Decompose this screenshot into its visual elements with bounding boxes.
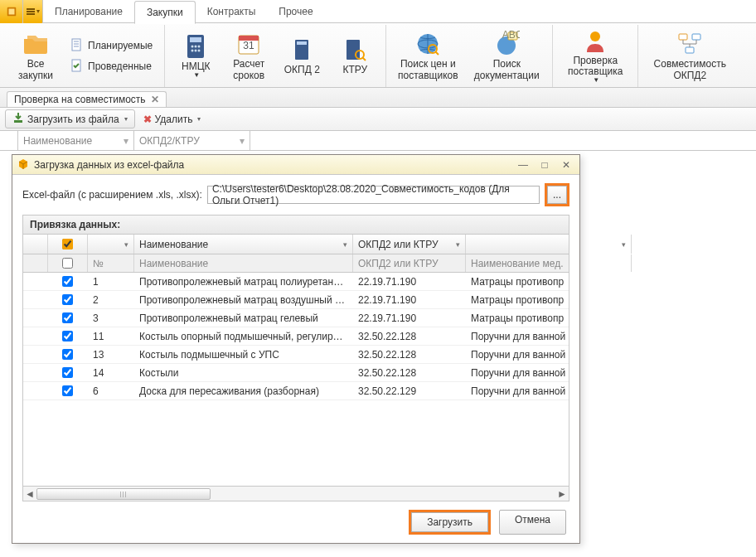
person-icon <box>582 27 608 54</box>
supplier-check-button[interactable]: Проверка поставщика▼ <box>560 27 631 86</box>
doc-search-button[interactable]: ABC Поиск документации <box>468 27 545 86</box>
chevron-down-icon: ▼ <box>593 77 599 85</box>
table-row[interactable]: 13Костыль подмышечный с УПС32.50.22.128П… <box>23 346 569 364</box>
svg-rect-19 <box>297 41 307 45</box>
compat-icon <box>676 31 703 57</box>
doc-tab-compat[interactable]: Проверка на совместимость ✕ <box>7 91 167 107</box>
close-icon[interactable]: ✕ <box>151 94 159 105</box>
row-checkbox[interactable] <box>62 385 73 396</box>
svg-rect-8 <box>190 37 201 42</box>
toolbar: Загрузить из файла ▾ ✖ Удалить ▾ <box>0 108 756 131</box>
cell-no: 13 <box>88 349 134 361</box>
row-checkbox[interactable] <box>62 367 73 378</box>
planned-button[interactable]: Планируемые <box>65 36 158 56</box>
header-okpd[interactable]: ОКПД2 или КТРУ▾ <box>353 235 466 254</box>
cell-okpd: 32.50.22.128 <box>353 367 466 379</box>
cell-name: Противопролежневый матрац воздушный (с к… <box>134 294 353 306</box>
header-name[interactable]: Наименование▾ <box>134 235 353 254</box>
excel-load-dialog: Загрузка данных из excel-файла — □ ✕ Exc… <box>12 154 580 544</box>
scroll-left-icon[interactable]: ◄ <box>23 487 36 501</box>
table-row[interactable]: 3Противопролежневый матрац гелевый22.19.… <box>23 309 569 327</box>
cell-name: Доска для пересаживания (разборная) <box>134 385 353 397</box>
book-icon <box>288 36 315 63</box>
dialog-titlebar[interactable]: Загрузка данных из excel-файла — □ ✕ <box>12 155 579 175</box>
completed-button[interactable]: Проведенные <box>65 57 158 76</box>
table-row[interactable]: 1Противопролежневый матрац полиуретановы… <box>23 273 569 291</box>
table-row[interactable]: 2Противопролежневый матрац воздушный (с … <box>23 291 569 309</box>
deadlines-button[interactable]: 31 Расчет сроков <box>225 27 273 86</box>
cell-no: 3 <box>88 312 134 324</box>
filter-okpd[interactable]: ОКПД2/КТРУ ▾ <box>134 131 250 150</box>
sub-name: Наименование <box>134 254 353 272</box>
chevron-down-icon: ▾ <box>456 240 460 249</box>
tab-planning[interactable]: Планирование <box>43 0 134 23</box>
all-purchases-button[interactable]: Все закупки <box>12 27 60 86</box>
check-all[interactable] <box>48 235 88 254</box>
doc-globe-icon: ABC <box>493 31 520 57</box>
svg-rect-3 <box>27 11 35 12</box>
compat-okpd2-button[interactable]: Совместимость ОКПД2 <box>645 27 734 86</box>
tab-purchases[interactable]: Закупки <box>134 1 196 24</box>
horizontal-scrollbar[interactable]: ◄ ► <box>23 486 569 501</box>
grid-row-selector[interactable] <box>23 235 48 254</box>
row-checkbox[interactable] <box>62 349 73 360</box>
row-checkbox[interactable] <box>62 331 73 341</box>
row-checkbox[interactable] <box>62 276 73 287</box>
header-med[interactable]: ▾ <box>466 235 632 254</box>
header-no[interactable]: ▾ <box>88 235 134 254</box>
cell-okpd: 22.19.71.190 <box>353 312 466 324</box>
table-row[interactable]: 6Доска для пересаживания (разборная)32.5… <box>23 382 569 400</box>
app-menu-dropdown[interactable] <box>23 0 43 23</box>
minimize-button[interactable]: — <box>515 158 531 172</box>
tab-other[interactable]: Прочее <box>267 0 324 23</box>
price-search-button[interactable]: Поиск цен и поставщиков <box>393 27 463 86</box>
ktru-button[interactable]: КТРУ <box>331 27 379 86</box>
file-path-input[interactable]: C:\Users\tester6\Desktop\28.08.2020_Совм… <box>207 186 540 204</box>
chevron-down-icon: ▼ <box>193 72 200 80</box>
grid-caption: Привязка данных: <box>23 216 569 235</box>
document-tabs: Проверка на совместимость ✕ <box>0 88 756 108</box>
app-icon[interactable] <box>0 0 23 23</box>
svg-point-9 <box>191 45 194 47</box>
sub-okpd: ОКПД2 или КТРУ <box>353 254 466 272</box>
table-row[interactable]: 14Костыли32.50.22.128Поручни для ванной <box>23 364 569 382</box>
scroll-thumb[interactable] <box>36 488 211 500</box>
tab-contracts[interactable]: Контракты <box>196 0 268 23</box>
cancel-button[interactable]: Отмена <box>499 510 566 535</box>
delete-icon: ✖ <box>143 114 152 125</box>
load-highlight: Загрузить <box>409 510 491 535</box>
okpd2-button[interactable]: ОКПД 2 <box>278 27 326 86</box>
maximize-button[interactable]: □ <box>536 158 553 172</box>
chevron-down-icon: ▾ <box>622 240 626 249</box>
scroll-right-icon[interactable]: ► <box>555 487 569 501</box>
filter-icon: ▾ <box>240 135 245 147</box>
load-from-file-button[interactable]: Загрузить из файла ▾ <box>5 109 135 128</box>
calendar-icon: 31 <box>235 31 262 57</box>
svg-point-10 <box>195 45 197 47</box>
load-button[interactable]: Загрузить <box>411 512 488 532</box>
chevron-down-icon: ▾ <box>197 115 201 123</box>
document-icon <box>70 38 83 54</box>
close-button[interactable]: ✕ <box>558 158 574 172</box>
sub-med: Наименование мед. <box>466 254 632 272</box>
cell-no: 1 <box>88 276 134 288</box>
nmck-button[interactable]: НМЦК▼ <box>172 27 220 86</box>
delete-button[interactable]: ✖ Удалить ▾ <box>143 114 201 125</box>
download-icon <box>12 112 24 126</box>
globe-icon <box>414 31 441 57</box>
cell-name: Противопролежневый матрац гелевый <box>134 312 353 324</box>
cell-okpd: 32.50.22.128 <box>353 349 466 361</box>
ribbon-body: Все закупки Планируемые Проведенные НМЦК… <box>0 23 756 88</box>
filter-name[interactable]: Наименование ▾ <box>18 131 134 150</box>
chevron-down-icon: ▾ <box>343 240 347 249</box>
table-row[interactable]: 11Костыль опорный подмышечный, регулируе… <box>23 327 569 346</box>
svg-rect-2 <box>27 8 35 10</box>
cell-med: Поручни для ванной <box>466 367 569 379</box>
calculator-icon <box>182 33 209 60</box>
browse-button[interactable]: ... <box>547 186 567 204</box>
sub-check[interactable] <box>62 258 73 269</box>
row-checkbox[interactable] <box>62 312 73 323</box>
row-checkbox[interactable] <box>62 294 73 305</box>
svg-rect-5 <box>72 39 80 51</box>
cell-med: Матрацы противопр <box>466 294 569 306</box>
